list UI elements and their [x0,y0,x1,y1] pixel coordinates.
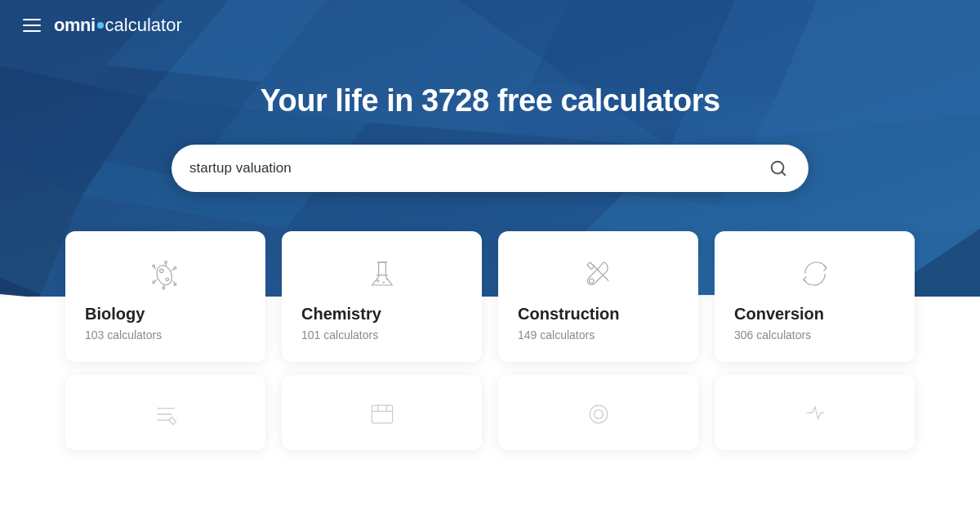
biology-icon [85,254,246,293]
svg-line-23 [782,172,785,175]
svg-point-35 [152,281,154,284]
search-icon [769,159,787,177]
svg-point-54 [594,410,603,419]
svg-point-37 [164,261,167,264]
svg-point-34 [174,284,176,286]
hamburger-menu[interactable] [23,19,41,32]
svg-point-53 [590,405,608,423]
hero-section: Your life in 3728 free calculators [0,51,980,192]
category-card-biology[interactable]: Biology 103 calculators [65,231,265,362]
navbar: omni calculator [0,0,980,51]
search-wrapper [0,145,980,192]
food-icon [518,398,679,431]
svg-point-42 [382,281,385,284]
chemistry-count: 101 calculators [301,328,462,342]
everyday-icon [85,398,246,431]
logo[interactable]: omni calculator [54,15,182,36]
construction-icon [518,254,679,293]
category-card-conversion[interactable]: Conversion 306 calculators [715,231,915,362]
logo-omni: omni [54,15,96,36]
svg-point-38 [163,287,165,289]
biology-count: 103 calculators [85,328,246,342]
svg-point-43 [385,279,387,280]
finance-icon [301,398,462,431]
svg-point-33 [152,265,154,267]
category-card-construction[interactable]: Construction 149 calculators [498,231,698,362]
svg-point-41 [376,279,380,283]
svg-point-26 [166,278,169,281]
logo-calculator: calculator [105,15,182,36]
conversion-count: 306 calculators [734,328,895,342]
search-box [172,145,808,192]
conversion-icon [734,254,895,293]
chemistry-icon [301,254,462,293]
search-button[interactable] [766,156,791,181]
category-card-food[interactable] [498,375,698,450]
category-cards-row2 [0,362,980,450]
svg-rect-49 [372,405,392,423]
biology-title: Biology [85,305,246,324]
svg-point-24 [154,263,174,287]
hero-title: Your life in 3728 free calculators [0,83,980,118]
health-icon [734,398,895,431]
construction-title: Construction [518,305,679,324]
conversion-title: Conversion [734,305,895,324]
search-input[interactable] [189,160,766,176]
svg-point-25 [159,269,163,272]
svg-point-44 [589,279,593,283]
chemistry-title: Chemistry [301,305,462,324]
category-card-everyday[interactable] [65,375,265,450]
category-card-finance[interactable] [282,375,482,450]
logo-dot-icon [97,22,104,29]
category-card-chemistry[interactable]: Chemistry 101 calculators [282,231,482,362]
category-card-health[interactable] [715,375,915,450]
svg-point-36 [174,267,176,270]
category-cards-row1: Biology 103 calculators Chemistry 101 ca… [0,192,980,362]
construction-count: 149 calculators [518,328,679,342]
